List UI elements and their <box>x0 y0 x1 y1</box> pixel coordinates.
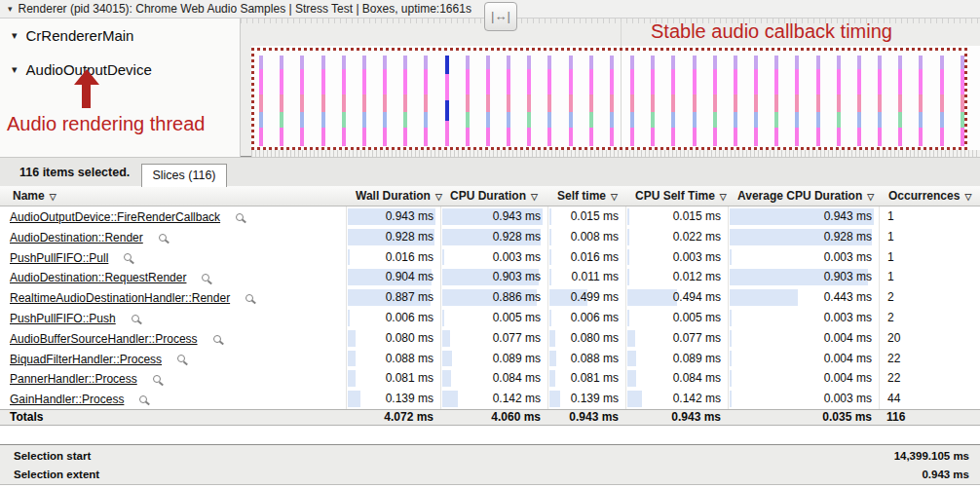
duration-cell: 0.928 ms <box>440 227 547 247</box>
slice-name-link[interactable]: AudioBufferSourceHandler::Process <box>10 332 198 346</box>
value-bar <box>442 310 444 326</box>
value-bar <box>730 289 798 306</box>
column-header-avg[interactable]: Average CPU Duration▽ <box>728 186 879 206</box>
column-header-cpuself[interactable]: CPU Self Time▽ <box>625 186 728 206</box>
magnifier-icon[interactable] <box>213 335 221 343</box>
duration-cell: 0.006 ms <box>547 308 625 328</box>
slice-name-link[interactable]: PushPullFIFO::Pull <box>10 251 108 265</box>
duration-cell: 0.003 ms <box>728 308 879 328</box>
duration-cell: 0.015 ms <box>547 206 625 227</box>
value-bar <box>549 269 551 285</box>
duration-cell: 0.886 ms <box>440 287 547 308</box>
value-bar <box>348 310 350 326</box>
slice-name-link[interactable]: AudioOutputDevice::FireRenderCallback <box>10 210 220 224</box>
magnifier-icon[interactable] <box>139 395 147 403</box>
magnifier-icon[interactable] <box>236 213 244 221</box>
magnifier-icon[interactable] <box>124 253 132 261</box>
thread-audiooutputdevice[interactable]: ▾ AudioOutputDevice <box>0 57 240 81</box>
column-header-cpu[interactable]: CPU Duration▽ <box>440 186 547 206</box>
slice-name-link[interactable]: BiquadFilterHandler::Process <box>10 353 162 366</box>
magnifier-icon[interactable] <box>245 294 253 302</box>
table-row[interactable]: AudioDestination::RequestRender0.904 ms0… <box>0 267 980 287</box>
zoom-to-selection-button[interactable]: |↔| <box>484 2 517 31</box>
table-row[interactable]: BiquadFilterHandler::Process0.088 ms0.08… <box>0 349 980 369</box>
collapse-triangle-icon[interactable]: ▾ <box>12 29 18 42</box>
sort-triangle-icon[interactable]: ▽ <box>720 192 727 202</box>
magnifier-icon[interactable] <box>132 315 139 322</box>
value-bar <box>442 391 458 407</box>
thread-crrenderermain[interactable]: ▾ CrRendererMain <box>0 19 240 46</box>
duration-value: 0.035 ms <box>822 410 872 425</box>
duration-value: 0.443 ms <box>824 287 872 308</box>
duration-value: 0.928 ms <box>386 227 433 247</box>
magnifier-icon[interactable] <box>153 375 161 383</box>
name-cell: AudioDestination::Render <box>0 227 346 247</box>
duration-cell: 0.903 ms <box>728 267 879 287</box>
occurrences-cell: 1 <box>879 267 980 287</box>
duration-cell: 0.904 ms <box>346 267 440 287</box>
value-bar <box>549 310 551 326</box>
value-bar <box>627 391 642 407</box>
sort-triangle-icon[interactable]: ▽ <box>50 192 57 202</box>
duration-value: 0.004 ms <box>824 328 872 349</box>
slice-name-link[interactable]: PushPullFIFO::Push <box>10 312 116 325</box>
occurrences-cell: 22 <box>879 349 980 369</box>
column-header-wall[interactable]: Wall Duration▽ <box>346 186 440 206</box>
selection-start-row: Selection start 14,399.105 ms <box>0 447 980 466</box>
value-bar <box>442 249 444 266</box>
name-cell: AudioBufferSourceHandler::Process <box>0 328 346 349</box>
table-row[interactable]: PushPullFIFO::Pull0.016 ms0.003 ms0.016 … <box>0 247 980 268</box>
duration-cell: 0.903 ms <box>440 267 547 287</box>
duration-value: 0.903 ms <box>824 267 872 287</box>
column-header-self[interactable]: Self time▽ <box>547 186 625 206</box>
magnifier-icon[interactable] <box>202 274 209 282</box>
column-header-occ[interactable]: Occurrences▽ <box>879 186 980 206</box>
duration-value: 0.903 ms <box>493 267 541 287</box>
occurrences-cell: 1 <box>879 247 980 268</box>
slice-name-link[interactable]: AudioDestination::RequestRender <box>10 271 186 284</box>
duration-cell: 0.003 ms <box>625 247 728 268</box>
trace-track-area[interactable]: Stable audio callback timing <box>241 19 980 157</box>
slice-name-link[interactable]: GainHandler::Process <box>10 393 124 406</box>
magnifier-icon[interactable] <box>177 355 185 362</box>
column-header-name[interactable]: Name▽ <box>0 186 346 206</box>
table-row[interactable]: AudioDestination::Render0.928 ms0.928 ms… <box>0 227 980 247</box>
value-bar <box>627 289 677 306</box>
duration-value: 0.003 ms <box>493 247 541 268</box>
duration-value: 0.003 ms <box>824 308 872 328</box>
duration-value: 0.089 ms <box>673 349 721 369</box>
duration-value: 0.015 ms <box>571 206 619 227</box>
slice-name-link[interactable]: RealtimeAudioDestinationHandler::Render <box>10 291 230 305</box>
occurrences-cell: 1 <box>879 227 980 247</box>
thread-name-label: CrRendererMain <box>26 27 134 44</box>
totals-occurrences: 116 <box>879 410 980 425</box>
duration-cell: 4.072 ms <box>346 410 440 425</box>
slice-name-link[interactable]: AudioDestination::Render <box>10 231 143 244</box>
value-bar <box>549 351 556 367</box>
table-row[interactable]: PannerHandler::Process0.081 ms0.084 ms0.… <box>0 368 980 389</box>
duration-cell: 0.494 ms <box>625 287 728 308</box>
sort-triangle-icon[interactable]: ▽ <box>611 192 618 202</box>
duration-cell: 0.443 ms <box>728 287 879 308</box>
value-bar <box>627 330 635 347</box>
value-bar <box>549 249 551 266</box>
sort-triangle-icon[interactable]: ▽ <box>964 192 971 202</box>
magnifier-icon[interactable] <box>159 234 167 242</box>
table-row[interactable]: AudioBufferSourceHandler::Process0.080 m… <box>0 328 980 349</box>
sort-triangle-icon[interactable]: ▽ <box>867 192 874 202</box>
tab-slices[interactable]: Slices (116) <box>141 164 227 187</box>
table-row[interactable]: RealtimeAudioDestinationHandler::Render0… <box>0 287 980 308</box>
column-header-label: Self time <box>557 189 606 203</box>
duration-cell: 0.004 ms <box>728 349 879 369</box>
table-row[interactable]: AudioOutputDevice::FireRenderCallback0.9… <box>0 206 980 227</box>
collapse-triangle-icon[interactable]: ▾ <box>8 4 13 14</box>
slice-name-link[interactable]: PannerHandler::Process <box>10 372 137 386</box>
duration-value: 0.943 ms <box>569 410 619 425</box>
collapse-triangle-icon[interactable]: ▾ <box>12 63 18 76</box>
duration-value: 4.060 ms <box>491 410 541 425</box>
duration-value: 0.077 ms <box>673 328 721 349</box>
duration-cell: 0.022 ms <box>625 227 728 247</box>
sort-triangle-icon[interactable]: ▽ <box>531 192 538 202</box>
table-row[interactable]: GainHandler::Process0.139 ms0.142 ms0.13… <box>0 389 980 409</box>
table-row[interactable]: PushPullFIFO::Push0.006 ms0.005 ms0.006 … <box>0 308 980 328</box>
